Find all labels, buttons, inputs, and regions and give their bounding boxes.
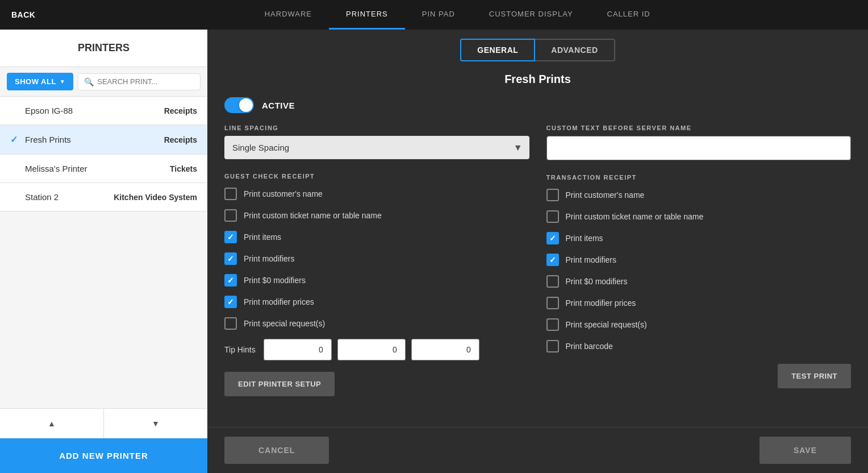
printer-name-melissa: Melissa's Printer (25, 164, 165, 173)
right-column: CUSTOM TEXT BEFORE SERVER NAME TRANSACTI… (546, 125, 852, 396)
bottom-actions: CANCEL SAVE (207, 427, 868, 473)
add-printer-button[interactable]: ADD NEW PRINTER (0, 438, 207, 473)
gc-print-modifiers-checkbox[interactable] (224, 252, 237, 265)
transaction-receipt-label: TRANSACTION RECEIPT (546, 174, 852, 181)
save-button[interactable]: SAVE (760, 437, 851, 464)
left-column: LINE SPACING Single Spacing Double Spaci… (224, 125, 529, 396)
main-layout: PRINTERS SHOW ALL ▼ 🔍 Epson IG-88 Receip… (0, 30, 868, 473)
tr-zero-modifiers-item[interactable]: Print $0 modifiers (546, 275, 852, 288)
tr-print-items-label: Print items (566, 234, 603, 243)
tab-pin-pad[interactable]: PIN PAD (405, 0, 472, 30)
printer-type-fresh-prints: Receipts (164, 135, 197, 144)
search-box: 🔍 (78, 73, 201, 90)
gc-print-items-checkbox[interactable] (224, 231, 237, 243)
printer-item-station2[interactable]: Station 2 Kitchen Video System (0, 183, 207, 211)
gc-special-requests-checkbox[interactable] (224, 317, 237, 330)
content-area: GENERAL ADVANCED Fresh Prints ACTIVE LIN… (207, 30, 868, 473)
printer-item-melissa[interactable]: Melissa's Printer Tickets (0, 155, 207, 183)
up-arrow-icon: ▲ (48, 419, 56, 428)
line-spacing-select[interactable]: Single Spacing Double Spacing Triple Spa… (224, 136, 529, 159)
move-up-button[interactable]: ▲ (0, 409, 104, 438)
top-nav: BACK HARDWARE PRINTERS PIN PAD CUSTOMER … (0, 0, 868, 30)
printer-item-epson[interactable]: Epson IG-88 Receipts (0, 97, 207, 125)
gc-special-requests-label: Print special request(s) (244, 319, 325, 328)
tr-print-modifiers-label: Print modifiers (566, 255, 616, 264)
cancel-button[interactable]: CANCEL (224, 437, 329, 464)
printer-name-epson: Epson IG-88 (25, 106, 160, 115)
printer-item-fresh-prints[interactable]: ✓ Fresh Prints Receipts (0, 125, 207, 155)
gc-special-requests-item[interactable]: Print special request(s) (224, 317, 529, 330)
tr-zero-modifiers-checkbox[interactable] (546, 275, 559, 288)
gc-print-items-item[interactable]: Print items (224, 231, 529, 243)
tr-print-modifiers-checkbox[interactable] (546, 254, 559, 266)
gc-ticket-name-checkbox[interactable] (224, 209, 237, 222)
search-input[interactable] (97, 77, 194, 86)
tip-hint-3[interactable] (411, 339, 479, 360)
test-print-button[interactable]: TEST PRINT (778, 364, 851, 388)
gc-zero-modifiers-item[interactable]: Print $0 modifiers (224, 274, 529, 287)
tr-special-requests-checkbox[interactable] (546, 318, 559, 331)
tr-print-items-checkbox[interactable] (546, 232, 559, 244)
gc-print-modifiers-item[interactable]: Print modifiers (224, 252, 529, 265)
tip-hint-1[interactable] (264, 339, 332, 360)
guest-check-label: GUEST CHECK RECEIPT (224, 173, 529, 180)
down-arrow-icon: ▼ (152, 419, 160, 428)
back-button[interactable]: BACK (11, 10, 35, 19)
content-tabs: GENERAL ADVANCED (207, 30, 868, 61)
tab-caller-id[interactable]: CALLER ID (590, 0, 667, 30)
tab-printers[interactable]: PRINTERS (329, 0, 405, 30)
gc-modifier-prices-item[interactable]: Print modifier prices (224, 296, 529, 308)
gc-ticket-name-label: Print custom ticket name or table name (244, 211, 382, 220)
printer-title: Fresh Prints (224, 73, 851, 86)
tr-ticket-name-label: Print custom ticket name or table name (566, 212, 704, 221)
gc-modifier-prices-label: Print modifier prices (244, 297, 314, 306)
tab-advanced[interactable]: ADVANCED (535, 39, 615, 61)
gc-modifier-prices-checkbox[interactable] (224, 296, 237, 308)
tr-ticket-name-checkbox[interactable] (546, 210, 559, 223)
active-row: ACTIVE (224, 97, 851, 113)
gc-customer-name-item[interactable]: Print customer's name (224, 188, 529, 200)
gc-print-items-label: Print items (244, 233, 281, 242)
sidebar: PRINTERS SHOW ALL ▼ 🔍 Epson IG-88 Receip… (0, 30, 207, 473)
tr-print-barcode-checkbox[interactable] (546, 340, 559, 352)
custom-text-input[interactable] (546, 136, 852, 160)
show-all-button[interactable]: SHOW ALL ▼ (7, 73, 73, 90)
printer-type-station2: Kitchen Video System (114, 193, 197, 202)
tr-ticket-name-item[interactable]: Print custom ticket name or table name (546, 210, 852, 223)
tab-hardware[interactable]: HARDWARE (248, 0, 329, 30)
right-buttons-row: TEST PRINT (546, 364, 852, 388)
tip-hints-row: Tip Hints (224, 339, 529, 360)
tab-general[interactable]: GENERAL (460, 39, 535, 61)
line-spacing-dropdown-wrapper: Single Spacing Double Spacing Triple Spa… (224, 136, 529, 159)
tip-hint-2[interactable] (337, 339, 406, 360)
edit-printer-button[interactable]: EDIT PRINTER SETUP (224, 372, 335, 396)
tab-customer-display[interactable]: CUSTOMER DISPLAY (472, 0, 590, 30)
active-toggle[interactable] (224, 97, 254, 113)
content-body: Fresh Prints ACTIVE LINE SPACING Single … (207, 61, 868, 427)
tr-zero-modifiers-label: Print $0 modifiers (566, 277, 628, 286)
tr-modifier-prices-item[interactable]: Print modifier prices (546, 297, 852, 309)
tr-modifier-prices-checkbox[interactable] (546, 297, 559, 309)
tr-customer-name-checkbox[interactable] (546, 189, 559, 201)
printer-list: Epson IG-88 Receipts ✓ Fresh Prints Rece… (0, 97, 207, 408)
printer-name-fresh-prints: Fresh Prints (25, 135, 160, 144)
tr-customer-name-label: Print customer's name (566, 190, 645, 200)
check-mark-fresh-prints: ✓ (10, 134, 20, 145)
tr-customer-name-item[interactable]: Print customer's name (546, 189, 852, 201)
tr-print-items-item[interactable]: Print items (546, 232, 852, 244)
gc-ticket-name-item[interactable]: Print custom ticket name or table name (224, 209, 529, 222)
gc-customer-name-checkbox[interactable] (224, 188, 237, 200)
printer-type-epson: Receipts (164, 106, 197, 115)
tr-print-barcode-label: Print barcode (566, 342, 613, 351)
tr-print-barcode-item[interactable]: Print barcode (546, 340, 852, 352)
tr-special-requests-item[interactable]: Print special request(s) (546, 318, 852, 331)
gc-zero-modifiers-checkbox[interactable] (224, 274, 237, 287)
two-column-layout: LINE SPACING Single Spacing Double Spaci… (224, 125, 851, 396)
printer-name-station2: Station 2 (25, 192, 109, 202)
tr-modifier-prices-label: Print modifier prices (566, 298, 636, 308)
move-down-button[interactable]: ▼ (104, 409, 207, 438)
tr-print-modifiers-item[interactable]: Print modifiers (546, 254, 852, 266)
sidebar-arrows: ▲ ▼ (0, 408, 207, 438)
printer-type-melissa: Tickets (170, 164, 197, 173)
search-icon: 🔍 (84, 77, 94, 86)
